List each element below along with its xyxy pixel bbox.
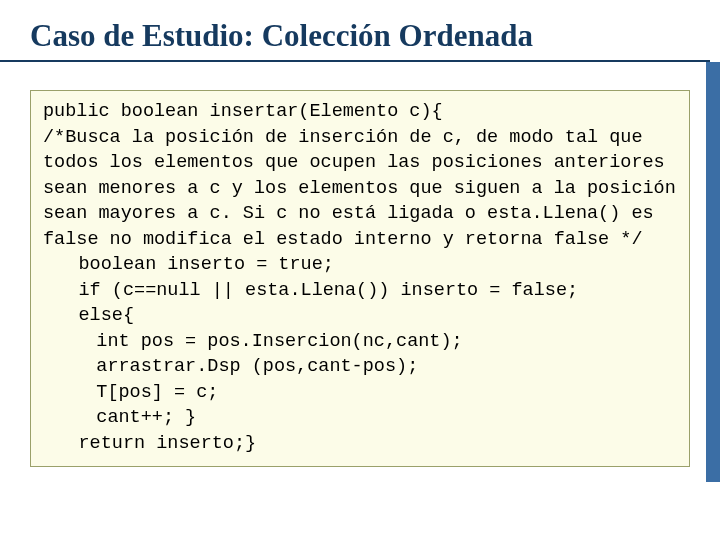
slide-title: Caso de Estudio: Colección Ordenada [0, 18, 710, 62]
slide: Caso de Estudio: Colección Ordenada publ… [0, 0, 720, 540]
code-line: boolean inserto = true; [43, 252, 677, 278]
code-comment: /*Busca la posición de inserción de c, d… [43, 127, 687, 250]
code-line: if (c==null || esta.Llena()) inserto = f… [43, 278, 677, 304]
code-block: public boolean insertar(Elemento c){ /*B… [30, 90, 690, 467]
code-line: else{ [43, 303, 677, 329]
code-line: T[pos] = c; [43, 380, 677, 406]
code-line: cant++; } [43, 405, 677, 431]
code-line: return inserto;} [43, 431, 677, 457]
code-line: arrastrar.Dsp (pos,cant-pos); [43, 354, 677, 380]
code-signature: public boolean insertar(Elemento c){ [43, 101, 443, 122]
accent-bar [706, 62, 720, 482]
code-line: int pos = pos.Insercion(nc,cant); [43, 329, 677, 355]
